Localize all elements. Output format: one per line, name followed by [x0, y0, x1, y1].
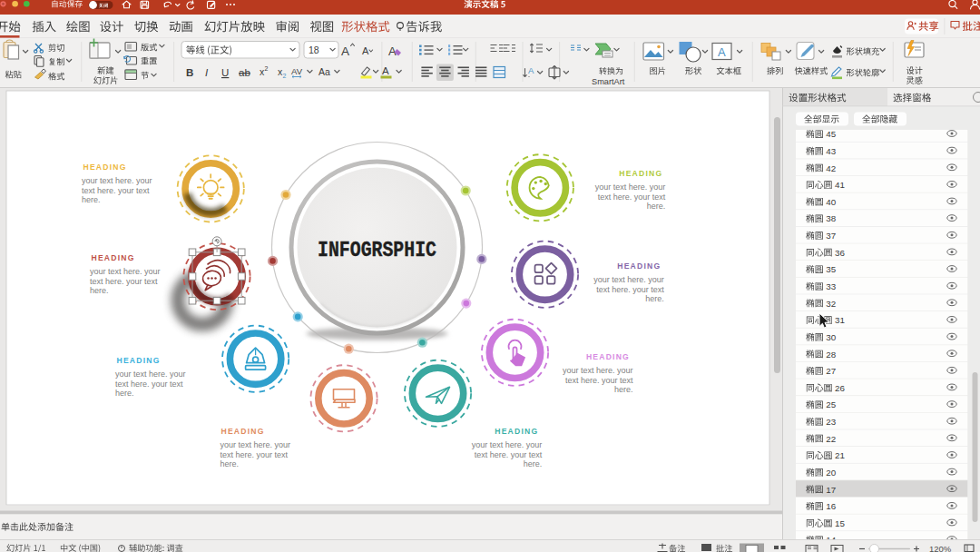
svg-text:here.: here.: [524, 459, 543, 468]
svg-text:text here. your text: text here. your text: [565, 376, 633, 385]
svg-text:B: B: [186, 67, 193, 78]
svg-text:INFOGRSPHIC: INFOGRSPHIC: [318, 238, 436, 262]
svg-text:25: 25: [826, 399, 836, 409]
svg-text:here.: here.: [645, 294, 664, 303]
svg-text:here.: here.: [220, 459, 240, 468]
svg-text:15: 15: [835, 518, 845, 528]
svg-text:22: 22: [826, 434, 836, 444]
svg-text:21: 21: [835, 450, 845, 460]
svg-text:43: 43: [826, 146, 836, 156]
svg-text:text here. your text: text here. your text: [82, 186, 150, 195]
svg-text:here.: here.: [82, 195, 101, 204]
svg-text:A: A: [341, 44, 349, 58]
svg-text:your text here. your: your text here. your: [472, 440, 543, 449]
svg-text:your text here. your: your text here. your: [593, 275, 664, 284]
svg-text:AV: AV: [291, 66, 303, 76]
svg-text:text here. your text: text here. your text: [475, 450, 543, 459]
svg-text:text here. your text: text here. your text: [115, 380, 183, 389]
svg-text:2: 2: [283, 73, 287, 79]
svg-text:A: A: [362, 45, 369, 56]
svg-text:A: A: [718, 45, 726, 59]
svg-text:your text here. your: your text here. your: [115, 370, 186, 379]
svg-text:40: 40: [826, 197, 836, 207]
svg-text:HEADING: HEADING: [586, 352, 630, 361]
svg-text:SmartArt: SmartArt: [592, 77, 625, 86]
svg-text:your text here. your: your text here. your: [563, 366, 633, 375]
svg-text:HEADING: HEADING: [221, 427, 265, 436]
svg-text:36: 36: [835, 248, 845, 258]
svg-text:33: 33: [826, 281, 836, 291]
svg-text:120%: 120%: [929, 544, 952, 552]
svg-text:45: 45: [826, 129, 836, 139]
svg-text:U: U: [221, 67, 229, 78]
svg-text:HEADING: HEADING: [495, 427, 538, 436]
svg-text:32: 32: [826, 299, 836, 309]
svg-text:23: 23: [826, 417, 836, 427]
svg-text:text here. your text: text here. your text: [220, 450, 289, 459]
svg-text:27: 27: [826, 366, 836, 376]
svg-text:A: A: [528, 65, 534, 75]
svg-text:your text here. your: your text here. your: [90, 267, 161, 276]
svg-text:text here. your text: text here. your text: [598, 192, 666, 202]
svg-text:your text here. your: your text here. your: [82, 176, 152, 185]
svg-text:here.: here.: [115, 389, 134, 398]
svg-text:Aa: Aa: [318, 66, 330, 77]
svg-text:18: 18: [309, 44, 319, 55]
svg-text:38: 38: [826, 213, 836, 223]
svg-text:ab: ab: [239, 67, 250, 78]
svg-text:HEADING: HEADING: [617, 261, 661, 271]
svg-text:41: 41: [835, 180, 845, 190]
svg-text:your text here. your: your text here. your: [595, 182, 666, 192]
svg-text:26: 26: [835, 383, 845, 393]
svg-text:30: 30: [826, 332, 836, 342]
svg-text:17: 17: [826, 485, 836, 495]
svg-text:2: 2: [265, 65, 269, 72]
svg-text:text here. your text: text here. your text: [596, 285, 664, 294]
svg-text:HEADING: HEADING: [92, 253, 135, 262]
svg-text:A: A: [382, 65, 389, 76]
svg-text:HEADING: HEADING: [117, 356, 161, 365]
svg-text:here.: here.: [90, 286, 109, 295]
svg-text:35: 35: [826, 264, 836, 274]
svg-text:your text here. your: your text here. your: [220, 440, 291, 449]
svg-text:28: 28: [826, 350, 836, 360]
svg-text:37: 37: [826, 231, 836, 241]
svg-text:31: 31: [835, 315, 845, 325]
svg-text:HEADING: HEADING: [83, 163, 127, 172]
svg-text:42: 42: [826, 163, 836, 173]
svg-text:text here. your text: text here. your text: [90, 277, 158, 286]
svg-text:here.: here.: [614, 385, 633, 394]
svg-text:here.: here.: [647, 202, 666, 211]
svg-text:20: 20: [826, 468, 836, 478]
svg-text:HEADING: HEADING: [619, 169, 662, 178]
svg-text:16: 16: [826, 501, 836, 511]
